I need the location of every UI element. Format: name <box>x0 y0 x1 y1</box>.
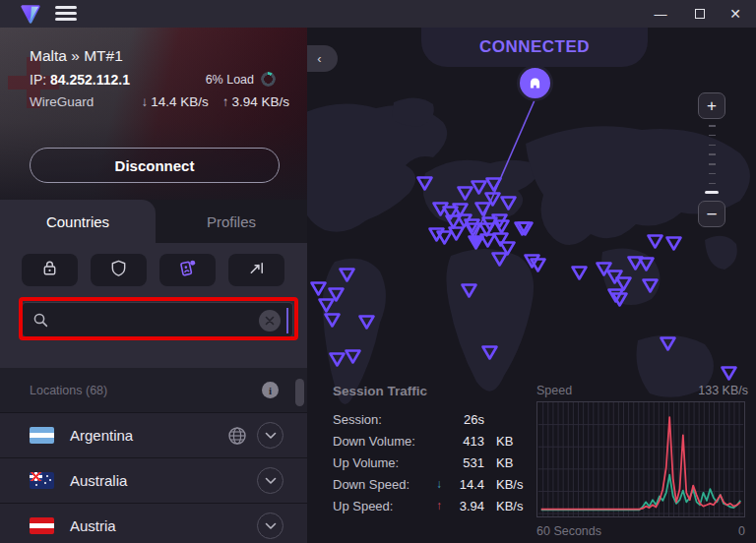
speed-series-upload <box>541 475 741 511</box>
protonvpn-logo-icon <box>20 3 41 25</box>
chevron-down-icon <box>265 432 277 440</box>
server-pin-icon[interactable] <box>515 219 536 238</box>
server-pin-icon[interactable] <box>636 255 657 273</box>
country-list: ArgentinaAustraliaAustria <box>0 412 307 543</box>
sidebar: Malta » MT#1 IP: 84.252.112.1 6% Load Wi… <box>0 28 307 543</box>
session-row-label: Up Speed: <box>333 499 431 513</box>
countries-panel: Locations (68) i ArgentinaAustraliaAustr… <box>0 243 307 543</box>
load-label: 6% Load <box>206 73 254 87</box>
server-pin-icon[interactable] <box>337 266 357 284</box>
tab-countries[interactable]: Countries <box>0 200 156 243</box>
active-server-pin-icon[interactable] <box>466 233 486 252</box>
expand-country-button[interactable] <box>257 422 284 449</box>
filter-button-secure-core-lock[interactable] <box>22 254 78 286</box>
xaxis-left-label: 60 Seconds <box>536 524 601 538</box>
header-speeds: ↓14.4 KB/s ↑3.94 KB/s <box>141 94 289 109</box>
session-row-label: Up Volume: <box>333 455 431 470</box>
country-row-australia[interactable]: Australia <box>0 457 307 503</box>
filter-button-p2p-arrow[interactable] <box>228 254 284 286</box>
server-load: 6% Load <box>206 72 276 87</box>
server-ip: IP: 84.252.112.1 <box>30 72 130 88</box>
connection-header: Malta » MT#1 IP: 84.252.112.1 6% Load Wi… <box>0 28 307 200</box>
clear-search-icon[interactable] <box>259 310 281 332</box>
flag-australia <box>30 472 54 489</box>
country-name: Argentina <box>70 427 133 444</box>
session-row-label: Down Volume: <box>333 434 431 449</box>
app-window: — ✕ Malta » MT#1 IP: 84.252.112.1 6% Loa… <box>0 0 756 543</box>
session-row-value: 3.94 <box>447 499 488 513</box>
flag-austria <box>30 517 54 534</box>
country-row-argentina[interactable]: Argentina <box>0 412 307 457</box>
session-row-value: 413 <box>447 434 488 449</box>
server-pin-icon[interactable] <box>322 311 343 330</box>
server-pin-icon[interactable] <box>498 194 519 212</box>
info-icon[interactable]: i <box>262 382 279 398</box>
tabbar: Countries Profiles <box>0 200 307 243</box>
session-row: Up Speed:↑3.94KB/s <box>333 495 530 516</box>
server-pin-icon[interactable] <box>663 234 684 253</box>
collapse-sidebar-button[interactable]: ‹ <box>307 45 338 72</box>
session-row-value: 14.4 <box>447 477 488 492</box>
protocol-row: WireGuard ↓14.4 KB/s ↑3.94 KB/s <box>30 94 289 109</box>
search-caret <box>286 308 288 333</box>
home-location-marker[interactable] <box>517 65 553 101</box>
speed-chart-panel: Speed 133 KB/s 60 Seconds 0 <box>536 384 748 538</box>
speed-series-download <box>541 417 741 509</box>
map-zoom-in-button[interactable]: + <box>698 92 725 119</box>
server-pin-icon[interactable] <box>356 313 377 332</box>
expand-country-button[interactable] <box>257 467 284 494</box>
server-pin-icon[interactable] <box>609 290 630 309</box>
server-pin-icon[interactable] <box>414 174 435 193</box>
country-name: Australia <box>70 472 127 489</box>
session-traffic-rows: Session:26sDown Volume:413KBUp Volume:53… <box>333 408 530 516</box>
session-row-unit: KB <box>488 455 530 470</box>
chevron-left-icon: ‹ <box>317 51 321 66</box>
server-pin-icon[interactable] <box>645 232 665 251</box>
session-row-value: 26s <box>447 412 488 427</box>
session-row-label: Session: <box>333 412 431 427</box>
minimize-button[interactable]: — <box>644 0 677 28</box>
xaxis-right-label: 0 <box>738 524 745 538</box>
session-traffic-panel: Session Traffic Session:26sDown Volume:4… <box>333 384 530 516</box>
up-arrow-icon: ↑ <box>431 499 447 513</box>
maximize-button[interactable] <box>683 0 717 28</box>
country-name: Austria <box>70 517 116 534</box>
flag-argentina <box>30 427 54 444</box>
close-button[interactable]: ✕ <box>719 0 752 28</box>
load-ring-icon <box>261 72 276 87</box>
server-name: Malta » MT#1 <box>30 47 123 65</box>
list-scrollbar-thumb[interactable] <box>295 379 304 406</box>
hamburger-menu-icon[interactable] <box>55 6 77 22</box>
header-down-speed: 14.4 KB/s <box>151 94 209 109</box>
titlebar: — ✕ <box>0 0 756 28</box>
session-row-label: Down Speed: <box>333 477 431 492</box>
filter-button-netshield-shield[interactable] <box>91 254 147 286</box>
disconnect-button[interactable]: Disconnect <box>30 148 280 183</box>
country-row-austria[interactable]: Austria <box>0 503 307 543</box>
map-zoom-handle[interactable] <box>705 191 719 194</box>
filter-button-streaming[interactable] <box>159 254 216 286</box>
session-row-value: 531 <box>447 455 488 470</box>
server-pin-icon[interactable] <box>343 347 363 366</box>
server-pin-icon[interactable] <box>719 364 739 383</box>
server-pin-icon[interactable] <box>479 343 500 362</box>
server-pin-icon[interactable] <box>569 264 590 282</box>
p2p-arrow-icon <box>247 259 267 281</box>
expand-country-button[interactable] <box>257 513 284 539</box>
protocol-label: WireGuard <box>30 94 94 109</box>
speed-chart <box>536 401 745 517</box>
search-input[interactable] <box>22 302 293 337</box>
server-pin-icon[interactable] <box>459 281 479 300</box>
map-panel: CONNECTED ‹ + − Session Traffic Session:… <box>307 28 756 543</box>
server-pin-icon[interactable] <box>658 334 678 353</box>
server-pin-icon[interactable] <box>522 252 542 271</box>
map-zoom-out-button[interactable]: − <box>698 201 725 227</box>
map-zoom-scale <box>707 125 717 194</box>
session-row-unit: KB/s <box>488 477 530 492</box>
up-arrow-icon: ↑ <box>222 94 229 109</box>
globe-icon[interactable] <box>226 425 248 447</box>
header-up-speed: 3.94 KB/s <box>231 94 289 109</box>
server-pin-icon[interactable] <box>489 250 510 269</box>
tab-profiles[interactable]: Profiles <box>156 200 307 243</box>
server-pin-icon[interactable] <box>640 276 661 295</box>
